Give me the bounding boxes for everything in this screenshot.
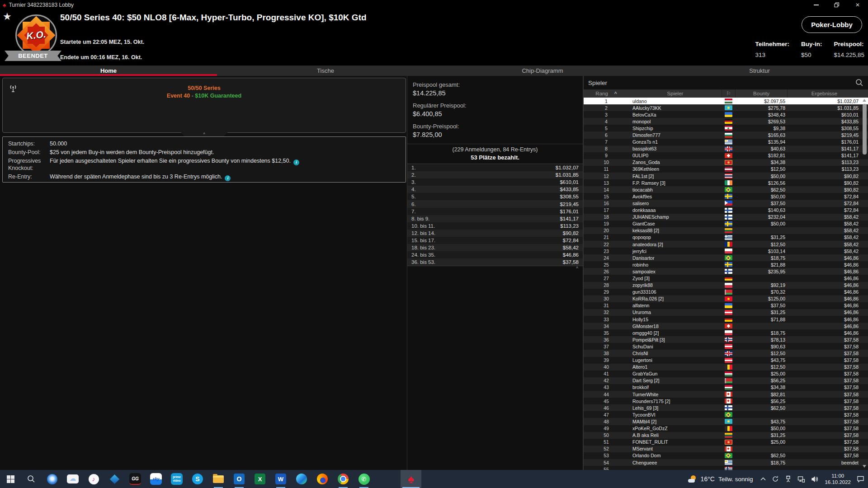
firefox-taskbar-icon[interactable] <box>312 470 333 488</box>
player-row[interactable]: 50A.B aka Reli$31,25$37,58 <box>584 432 868 439</box>
player-row[interactable]: 38ChrisNl$12,50$37,58 <box>584 350 868 357</box>
player-row[interactable]: 25robinho$21,88$46,86 <box>584 261 868 268</box>
tray-usb-icon[interactable] <box>785 475 792 483</box>
player-row[interactable]: 5Shipzchip$9,38$308,55 <box>584 125 868 131</box>
player-row[interactable]: 43brokkol!$34,38$37,58 <box>584 384 868 391</box>
player-row[interactable]: 18JUHANESchamp$232,04$58,42 <box>584 214 868 221</box>
collapse-prizes-button[interactable]: ^ <box>407 266 583 272</box>
ggpoker-taskbar-icon[interactable]: GG <box>125 470 146 488</box>
explorer-taskbar-icon[interactable] <box>208 470 229 488</box>
player-row[interactable]: 90ULIP0$182,81$141,17 <box>584 152 868 159</box>
player-row[interactable]: 24Danisartor$18,75$46,86 <box>584 254 868 261</box>
weather-widget[interactable]: 16°C Teilw. sonnig <box>688 475 753 483</box>
player-row[interactable]: 40Altero1$12,50$37,58 <box>584 364 868 371</box>
tray-sync-icon[interactable] <box>772 475 779 483</box>
tab-tische[interactable]: Tische <box>217 66 434 76</box>
scroll-up-arrow[interactable] <box>863 99 866 102</box>
players-scrollbar[interactable] <box>862 98 868 469</box>
player-row[interactable]: 49xPoKeR_GoDzZ$50,00$37,58 <box>584 425 868 432</box>
icloud-taskbar-icon[interactable]: ☁ <box>62 470 83 488</box>
itunes-taskbar-icon[interactable]: ♪ <box>83 470 104 488</box>
column-header-bounty[interactable]: Bounty <box>735 89 787 98</box>
action-center-icon[interactable] <box>857 475 864 483</box>
favorite-star-icon[interactable]: ★ <box>3 11 12 23</box>
search-taskbar-icon[interactable] <box>21 470 42 488</box>
scrollbar-thumb[interactable] <box>863 104 867 155</box>
player-row[interactable]: 29gun333106$70,32$46,86 <box>584 289 868 296</box>
player-row[interactable]: 41GrabYaGun$25,00$37,58 <box>584 371 868 377</box>
player-row[interactable]: 4monopol$269,53$433,85 <box>584 118 868 125</box>
player-row[interactable]: 3BelovCaXa$348,43$610,01 <box>584 111 868 118</box>
tab-home[interactable]: Home <box>0 66 217 76</box>
close-button[interactable]: ✕ <box>847 0 868 10</box>
column-header-flag[interactable]: ⚐ <box>722 89 735 98</box>
column-header-ergebnisse[interactable]: Ergebnisse <box>787 89 861 98</box>
player-row[interactable]: 7GonzaTs n1$135,94$176,01 <box>584 139 868 145</box>
tab-chip-diagramm[interactable]: Chip-Diagramm <box>434 66 651 76</box>
player-row[interactable]: 1uldano$2.097,55$1.032,07 <box>584 98 868 104</box>
player-row[interactable]: 47TycoonBVI$37,58 <box>584 411 868 418</box>
player-row[interactable]: 23jerryfci$103,14$58,42 <box>584 248 868 254</box>
tray-network-icon[interactable] <box>797 476 805 483</box>
player-row[interactable]: 22anateodora [2]$12,50$58,42 <box>584 241 868 248</box>
tray-chevron-up-icon[interactable] <box>760 477 766 481</box>
tab-struktur[interactable]: Struktur <box>651 66 868 76</box>
player-row[interactable]: 33Holly15$71,88$46,86 <box>584 316 868 323</box>
player-row[interactable]: 14tiocacabh$62,50$90,82 <box>584 186 868 193</box>
column-header-rang[interactable]: Rang^ <box>584 89 629 98</box>
word-taskbar-icon[interactable]: W <box>270 470 291 488</box>
player-row[interactable]: 46Lehis_69 [3]$62,50$37,58 <box>584 404 868 411</box>
scroll-down-arrow[interactable] <box>863 465 866 468</box>
photos-taskbar-icon[interactable] <box>104 470 125 488</box>
player-row[interactable]: 35omggg40 [2]$18,75$46,86 <box>584 329 868 336</box>
player-row[interactable]: 20keksas88 [2]$58,42 <box>584 227 868 234</box>
player-row[interactable]: 27Zyod [3]$46,86 <box>584 275 868 282</box>
info-icon[interactable]: i <box>293 160 299 165</box>
pokerstars-taskbar-icon[interactable]: ♠ <box>401 470 421 488</box>
player-row[interactable]: 37SchuDani$90,63$37,58 <box>584 343 868 350</box>
column-header-spieler[interactable]: Spieler <box>629 89 722 98</box>
player-row[interactable]: 30KoRRa.026 [2]$125,00$46,86 <box>584 296 868 302</box>
player-search-field[interactable]: Spieler <box>584 76 868 89</box>
player-row[interactable]: 48MAMbl4 [2]$43,75$37,58 <box>584 418 868 425</box>
player-row[interactable]: 44TurnerWhite$82,81$37,58 <box>584 391 868 398</box>
player-row[interactable]: 28zopyrik88$92,19$46,86 <box>584 282 868 289</box>
start-taskbar-icon[interactable] <box>0 470 21 488</box>
player-row[interactable]: 31alfatenn$37,50$46,86 <box>584 302 868 309</box>
player-row[interactable]: 6Dimosfen777$165,63$219,45 <box>584 131 868 138</box>
player-row[interactable]: 39Lugertoni$43,75$37,58 <box>584 357 868 364</box>
sky-taskbar-icon[interactable]: sky <box>146 470 166 488</box>
player-row[interactable]: 26sampoalex$235,95$46,86 <box>584 268 868 275</box>
player-row[interactable]: 32Ururoma$31,25$46,86 <box>584 309 868 316</box>
poker-lobby-button[interactable]: Poker-Lobby <box>802 16 862 33</box>
player-row[interactable]: 45Rounders7175 [2]$56,25$37,58 <box>584 398 868 404</box>
info-icon[interactable]: i <box>225 175 231 181</box>
player-row[interactable]: 42Dart Serg [2]$56,25$37,58 <box>584 377 868 384</box>
signal-taskbar-icon[interactable] <box>42 470 62 488</box>
player-row[interactable]: 34GMonster18$46,86 <box>584 323 868 329</box>
player-row[interactable]: 16salisero$37,50$72,84 <box>584 200 868 206</box>
player-row[interactable]: 21qopoqop$31,25$58,42 <box>584 234 868 241</box>
whatsapp-taskbar-icon[interactable]: ✆ <box>354 470 374 488</box>
prime-taskbar-icon[interactable]: primevideo <box>166 470 187 488</box>
chrome-taskbar-icon[interactable] <box>333 470 354 488</box>
excel-taskbar-icon[interactable]: X <box>250 470 270 488</box>
player-row[interactable]: 19GiantCase$50,00$58,42 <box>584 221 868 227</box>
player-row[interactable]: 2AAlucky73KK$275,78$1.031,85 <box>584 104 868 111</box>
player-row[interactable]: 52MServant$37,58 <box>584 446 868 452</box>
player-row[interactable]: 53Orlando Dom$62,50$37,58 <box>584 452 868 459</box>
player-row[interactable]: 17donkkaaaa$140,63$72,84 <box>584 207 868 214</box>
skype-taskbar-icon[interactable]: S <box>187 470 208 488</box>
player-row[interactable]: 54Chengueee$18,75beendet <box>584 459 868 466</box>
edge-taskbar-icon[interactable] <box>291 470 312 488</box>
player-row[interactable]: 51FONBET_RULIT$25,00$37,58 <box>584 439 868 446</box>
taskbar-clock[interactable]: 11:00 16.10.2022 <box>825 473 851 485</box>
player-row[interactable]: 13F.P. Ramsey [3]$126,56$90,82 <box>584 179 868 186</box>
tray-volume-icon[interactable] <box>811 476 819 483</box>
player-row[interactable]: 10Zanos_Goda$34,38$113,23 <box>584 159 868 166</box>
player-row[interactable]: 8basspilot63$40,63$141,17 <box>584 145 868 152</box>
minimize-button[interactable] <box>806 0 826 10</box>
outlook-taskbar-icon[interactable]: O <box>229 470 250 488</box>
player-row[interactable]: 15Avokf9es$50,00$72,84 <box>584 193 868 200</box>
player-row[interactable]: 11369Kethleen$12,50$113,23 <box>584 166 868 173</box>
